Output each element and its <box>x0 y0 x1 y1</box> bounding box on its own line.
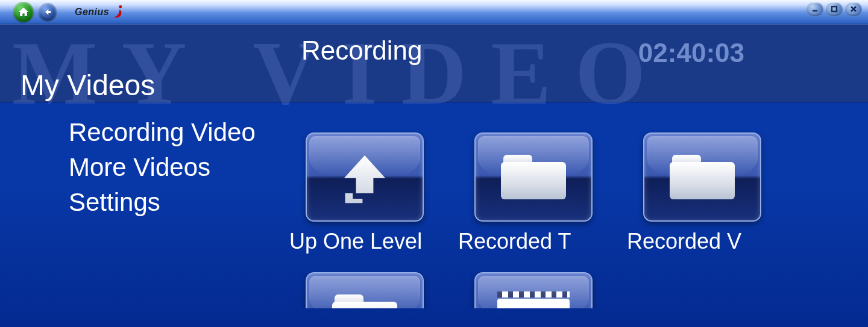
tile-icon-bg <box>474 132 593 222</box>
menu-item-more-videos[interactable]: More Videos <box>69 153 256 182</box>
folder-icon <box>501 155 566 199</box>
brand-text: Genius <box>75 7 109 17</box>
brand-logo: Genius <box>75 5 124 19</box>
close-icon <box>850 5 857 13</box>
tile-recorded-v[interactable]: Recorded V <box>627 132 778 254</box>
header-band: Recording 02:40:03 My Videos <box>0 24 868 102</box>
arrow-up-icon <box>338 150 392 204</box>
tile-folder-2[interactable] <box>289 272 440 308</box>
folder-icon <box>332 294 397 308</box>
tile-label: Recorded V <box>627 229 778 254</box>
tile-label: Recorded T <box>458 229 609 254</box>
film-icon <box>497 299 570 308</box>
maximize-button[interactable] <box>826 2 843 16</box>
tile-up-one-level[interactable]: Up One Level <box>289 132 440 254</box>
clock: 02:40:03 <box>638 38 744 68</box>
brand-swoosh-icon <box>112 5 124 19</box>
tile-label: Up One Level <box>289 229 440 254</box>
tile-grid: Up One Level Recorded T Recorded V <box>289 132 778 308</box>
home-button[interactable] <box>13 2 34 22</box>
title-bar: Genius <box>0 0 868 24</box>
close-button[interactable] <box>845 2 862 16</box>
menu-item-settings[interactable]: Settings <box>69 188 256 217</box>
tile-film[interactable] <box>458 272 609 308</box>
window-controls <box>807 2 862 16</box>
side-menu: Recording Videos More Videos Settings <box>69 118 256 217</box>
tile-recorded-t[interactable]: Recorded T <box>458 132 609 254</box>
menu-item-recording-videos[interactable]: Recording Videos <box>69 118 256 147</box>
back-arrow-icon <box>43 7 52 17</box>
minimize-icon <box>811 5 819 13</box>
tile-icon-bg <box>306 132 424 222</box>
home-icon <box>17 6 30 18</box>
svg-rect-2 <box>832 7 837 11</box>
back-button[interactable] <box>39 3 57 21</box>
folder-icon <box>670 155 735 199</box>
tile-icon-bg <box>306 272 424 308</box>
tile-icon-bg <box>643 132 761 222</box>
page-title: Recording <box>301 36 423 66</box>
section-title: My Videos <box>20 69 155 102</box>
svg-point-0 <box>119 5 122 8</box>
maximize-icon <box>831 5 838 13</box>
tile-icon-bg <box>474 272 593 308</box>
title-bar-left: Genius <box>13 2 124 22</box>
minimize-button[interactable] <box>807 2 823 16</box>
